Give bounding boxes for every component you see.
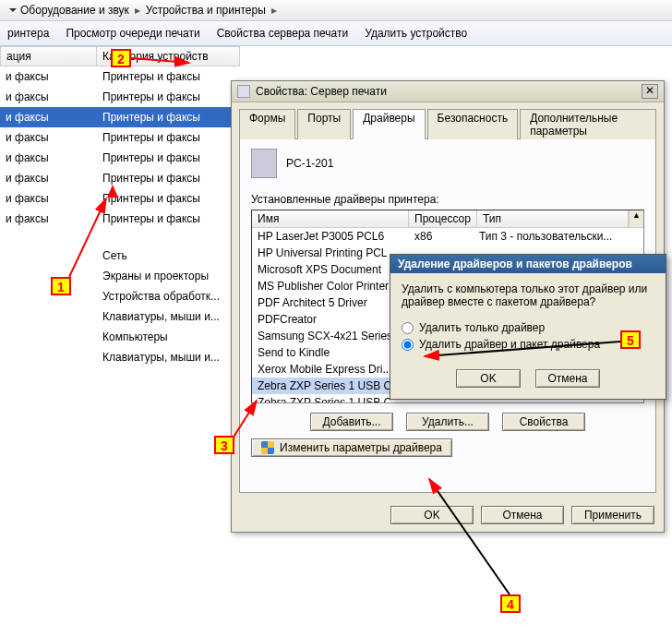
radio1-label: Удалить только драйвер (419, 321, 545, 334)
drivers-list-header: Имя Процессор Тип ▲ (252, 210, 643, 228)
remove-driver-confirm-dialog: Удаление драйверов и пакетов драйверов У… (390, 254, 666, 400)
cell-classification: и факсы (0, 127, 97, 148)
driver-name: Zebra ZXP Series 1 USB C (252, 378, 409, 393)
cell-classification (0, 246, 97, 266)
cell-classification: и факсы (0, 209, 97, 229)
cell-classification: и факсы (0, 188, 97, 209)
cmd-printer[interactable]: ринтера (7, 27, 49, 40)
apply-button[interactable]: Применить (571, 506, 654, 524)
cell-classification: и факсы (0, 107, 97, 127)
server-name: PC-1-201 (286, 157, 333, 170)
cell-category: Принтеры и факсы (97, 168, 240, 188)
confirm-title[interactable]: Удаление драйверов и пакетов драйверов (390, 255, 666, 273)
confirm-ok-button[interactable]: OK (456, 369, 521, 388)
cell-classification (0, 327, 97, 347)
col-processor[interactable]: Процессор (409, 210, 477, 227)
cell-category: Принтеры и факсы (97, 66, 240, 87)
cell-classification (0, 266, 97, 286)
tab-драйверы[interactable]: Драйверы (353, 109, 425, 139)
col-classification[interactable]: ация (0, 46, 97, 66)
cell-classification: и факсы (0, 148, 97, 168)
cell-category: Принтеры и факсы (97, 127, 240, 148)
breadcrumb-sep: ▸ (271, 4, 277, 17)
confirm-text: Удалить с компьютера только этот драйвер… (402, 282, 654, 308)
cmd-view-queue[interactable]: Просмотр очереди печати (66, 27, 199, 40)
tab-дополнительные параметры[interactable]: Дополнительные параметры (520, 109, 656, 139)
scroll-up-icon[interactable]: ▲ (629, 210, 643, 227)
dialog-icon (237, 85, 250, 98)
driver-name: Zebra ZXP Series 1 USB C (252, 395, 409, 402)
cell-category: Экраны и проекторы (97, 266, 240, 286)
breadcrumb-bar: Оборудование и звук ▸ Устройства и принт… (0, 0, 672, 21)
annotation-2: 2 (111, 49, 131, 67)
cell-category: Принтеры и факсы (97, 107, 240, 127)
breadcrumb-sep: ▸ (135, 4, 140, 17)
cell-category: Клавиатуры, мыши и... (97, 347, 240, 367)
tab-порты[interactable]: Порты (297, 109, 351, 139)
change-driver-params-label: Изменить параметры драйвера (280, 441, 442, 454)
driver-properties-button[interactable]: Свойства (502, 413, 585, 431)
cmd-server-properties[interactable]: Свойства сервера печати (217, 27, 349, 40)
driver-row[interactable]: HP LaserJet P3005 PCL6x86Тип 3 - пользов… (252, 228, 643, 245)
radio-remove-driver-and-package[interactable]: Удалить драйвер и пакет драйвера (402, 338, 654, 351)
annotation-5: 5 (620, 330, 641, 349)
driver-name: HP Universal Printing PCL (252, 246, 409, 260)
breadcrumb-item-2[interactable]: Устройства и принтеры (146, 4, 266, 17)
cell-category: Устройства обработк... (97, 286, 240, 306)
driver-name: PDF Architect 5 Driver (252, 295, 409, 310)
dialog-title: Свойства: Сервер печати (256, 85, 387, 98)
confirm-cancel-button[interactable]: Отмена (535, 369, 600, 388)
command-bar: ринтера Просмотр очереди печати Свойства… (0, 21, 672, 46)
radio-remove-driver-and-package-input[interactable] (402, 339, 414, 351)
cell-classification (0, 306, 97, 327)
annotation-1: 1 (51, 277, 71, 295)
ok-button[interactable]: OK (390, 506, 474, 524)
cell-classification (0, 286, 97, 306)
radio2-label: Удалить драйвер и пакет драйвера (419, 338, 600, 351)
driver-processor: x86 (409, 229, 474, 244)
shield-icon (261, 441, 274, 454)
col-name[interactable]: Имя (252, 210, 409, 227)
cell-category: Принтеры и факсы (97, 188, 240, 209)
close-icon[interactable]: ✕ (642, 84, 658, 99)
cancel-button[interactable]: Отмена (481, 506, 564, 524)
cell-classification: и факсы (0, 66, 97, 87)
annotation-4: 4 (500, 594, 521, 613)
driver-name: MS Publisher Color Printer (252, 279, 409, 294)
tab-формы[interactable]: Формы (239, 109, 295, 139)
cell-category: Клавиатуры, мыши и... (97, 306, 240, 327)
col-type[interactable]: Тип (477, 210, 629, 227)
server-icon (251, 149, 277, 178)
cmd-remove-device[interactable]: Удалить устройство (365, 27, 467, 40)
tab-безопасность[interactable]: Безопасность (427, 109, 519, 139)
cell-classification: и факсы (0, 168, 97, 188)
driver-name: HP LaserJet P3005 PCL6 (252, 229, 409, 244)
driver-type: Тип 3 - пользовательски... (474, 229, 643, 244)
drivers-list-label: Установленные драйверы принтера: (251, 193, 644, 206)
tabs: ФормыПортыДрайверыБезопасностьДополнител… (239, 108, 656, 138)
driver-name: Send to Kindle (252, 345, 409, 360)
dialog-titlebar[interactable]: Свойства: Сервер печати ✕ (232, 81, 664, 102)
cell-category: Принтеры и факсы (97, 87, 240, 107)
remove-driver-button[interactable]: Удалить... (406, 413, 489, 431)
cell-category: Сеть (97, 246, 240, 266)
cell-classification (0, 347, 97, 367)
cell-category: Компьютеры (97, 327, 240, 347)
driver-name: PDFCreator (252, 312, 409, 327)
annotation-3: 3 (214, 436, 234, 454)
add-driver-button[interactable]: Добавить... (310, 413, 393, 431)
dialog-footer: OK Отмена Применить (232, 500, 664, 532)
driver-name: Samsung SCX-4x21 Series (252, 329, 409, 343)
driver-name: Xerox Mobile Express Dri... (252, 362, 409, 377)
radio-remove-driver-only-input[interactable] (402, 322, 414, 334)
breadcrumb-dropdown-icon[interactable] (9, 8, 17, 12)
driver-name: Microsoft XPS Document (252, 262, 409, 277)
cell-category: Принтеры и факсы (97, 148, 240, 168)
change-driver-params-button[interactable]: Изменить параметры драйвера (251, 438, 452, 457)
radio-remove-driver-only[interactable]: Удалить только драйвер (402, 321, 654, 334)
red-arrow-icon (107, 185, 118, 198)
cell-category: Принтеры и факсы (97, 209, 240, 229)
breadcrumb-item-1[interactable]: Оборудование и звук (20, 4, 129, 17)
list-header: ация Категория устройств (0, 46, 672, 66)
cell-classification: и факсы (0, 87, 97, 107)
